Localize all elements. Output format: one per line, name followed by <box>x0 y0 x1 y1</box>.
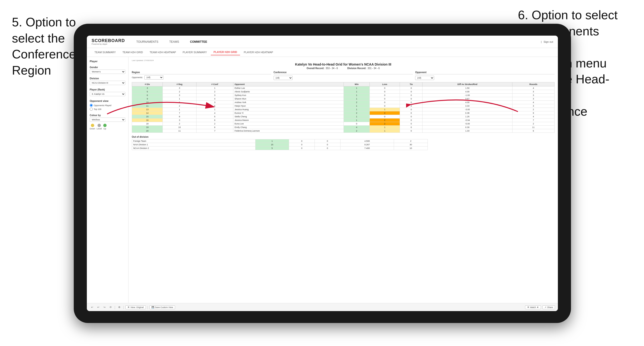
tablet-device: SCOREBOARD Powered by clippd TOURNAMENTS… <box>74 24 571 323</box>
out-of-div-row: Foreign Team1004.5002 <box>132 139 428 143</box>
nav-committee[interactable]: COMMITTEE <box>188 39 209 44</box>
colour-label-up: Up <box>104 128 106 130</box>
opponent-select[interactable]: (All) <box>415 76 434 80</box>
watch-button[interactable]: 👁 Watch ▼ <box>525 305 541 309</box>
col-win: Win <box>344 82 370 86</box>
top-nav: SCOREBOARD Powered by clippd TOURNAMENTS… <box>87 36 558 48</box>
sidebar-division-select[interactable]: NCAA Division III <box>90 81 125 85</box>
sidebar-player-section: Player <box>90 60 125 63</box>
nav-right: | Sign out <box>541 40 553 43</box>
settings-button[interactable]: ⚙ <box>117 305 122 309</box>
sidebar-division-label: Division <box>90 77 125 80</box>
table-row: 19106Emily Chang4100.3011 <box>132 126 554 129</box>
sidebar-player-label: Player <box>90 60 125 63</box>
sign-out-link[interactable]: Sign out <box>544 40 553 43</box>
save-icon: 💾 <box>152 306 154 309</box>
redo-button[interactable]: ↩ <box>96 305 101 309</box>
colour-label-level: Level <box>96 128 102 130</box>
app-container: SCOREBOARD Powered by clippd TOURNAMENTS… <box>87 36 558 311</box>
arrow-right-indicator <box>406 88 525 116</box>
separator: | <box>541 40 542 43</box>
filter-opponent: Opponent (All) <box>415 71 554 80</box>
sub-nav-player-summary[interactable]: PLAYER SUMMARY <box>180 49 210 55</box>
filter-sections: Region Opponents: (All) Conference <box>132 71 554 80</box>
sidebar-gender-section: Gender Women's <box>90 66 125 74</box>
nav-tournaments[interactable]: TOURNAMENTS <box>134 39 160 44</box>
toolbar-right: 👁 Watch ▼ ↗ Share <box>525 305 555 309</box>
col-tie: Tie <box>400 82 422 86</box>
col-opponent: Opponent <box>233 82 344 86</box>
page-title: Katelyn Vo Head-to-Head Grid for Women's… <box>132 62 554 66</box>
sidebar-gender-label: Gender <box>90 66 125 69</box>
nav-teams[interactable]: TEAMS <box>167 39 181 44</box>
col-rounds: Rounds <box>512 82 554 86</box>
col-div: # Div <box>132 82 163 86</box>
colour-dot-up <box>103 124 106 127</box>
sidebar-gender-select[interactable]: Women's <box>90 70 125 74</box>
region-opponents-select[interactable]: (All) <box>144 75 164 80</box>
page-header: Katelyn Vo Head-to-Head Grid for Women's… <box>132 62 554 70</box>
undo2-button[interactable]: ↪ <box>102 305 107 309</box>
save-custom-view-button[interactable]: 💾 Save Custom View <box>150 305 175 309</box>
sub-nav: TEAM SUMMARY TEAM H2H GRID TEAM H2H HEAT… <box>87 48 558 57</box>
chevron-down-icon: ▼ <box>537 306 539 309</box>
col-loss: Loss <box>370 82 400 86</box>
undo-button[interactable]: ↩ <box>90 305 94 309</box>
out-of-division-table: Foreign Team1004.5002NAIA Division 11500… <box>132 139 428 150</box>
col-reg: # Reg <box>163 82 196 86</box>
table-row: 1822Euna Lee020-5.002 <box>132 122 554 126</box>
sub-nav-team-summary[interactable]: TEAM SUMMARY <box>92 49 119 55</box>
sub-nav-team-h2h-grid[interactable]: TEAM H2H GRID <box>120 49 146 55</box>
opponents-label: Opponents: (All) <box>132 75 271 80</box>
view-original-button[interactable]: 👁 View: Original <box>125 305 146 309</box>
conference-select[interactable]: (All) <box>274 76 292 80</box>
colour-dot-level <box>98 124 101 127</box>
view-icon: 👁 <box>128 306 130 309</box>
filter-conference: Conference (All) <box>274 71 413 80</box>
colour-legend: Down Level Up <box>90 124 125 130</box>
out-of-div-row: NAIA Division 115009.26730 <box>132 143 428 147</box>
tablet-screen: SCOREBOARD Powered by clippd TOURNAMENTS… <box>87 36 558 311</box>
logo-text: SCOREBOARD <box>92 38 125 43</box>
last-updated: Last Updated: 27/03/2024 <box>132 59 554 61</box>
sidebar-division-section: Division NCAA Division III <box>90 77 125 85</box>
overall-record-label: Overall Record: 353 - 34 - 6 <box>307 67 338 70</box>
record-row: Overall Record: 353 - 34 - 6 Division Re… <box>132 67 554 70</box>
sub-nav-player-h2h-grid[interactable]: PLAYER H2H GRID <box>211 49 240 55</box>
table-row: 1636Jessica Mason120-0.947 <box>132 119 554 122</box>
out-of-division-title: Out of division <box>132 136 554 138</box>
col-diff: Diff Av Strokes/Rnd <box>422 82 512 86</box>
sub-nav-team-h2h-heatmap[interactable]: TEAM H2H HEATMAP <box>147 49 179 55</box>
table-row: 20117Federica Domecq Lacroze2101.336 <box>132 129 554 133</box>
share-button[interactable]: ↗ Share <box>542 305 555 309</box>
division-record-label: Division Record: 331 - 34 - 6 <box>347 67 380 70</box>
arrow-left-indicator <box>100 90 219 119</box>
watch-icon: 👁 <box>527 306 529 309</box>
colour-dot-down <box>91 124 94 127</box>
logo-sub-text: Powered by clippd <box>92 43 125 45</box>
bottom-toolbar: ↩ ↩ ↪ ⟳ | ⚙ | 👁 View: Original | 💾 Save … <box>87 303 558 311</box>
out-of-div-row: NCAA Division 25007.40010 <box>132 147 428 150</box>
app-logo: SCOREBOARD Powered by clippd <box>92 38 125 45</box>
col-conf: # Conf <box>196 82 233 86</box>
out-of-division-section: Out of division Foreign Team1004.5002NAI… <box>132 136 554 150</box>
refresh-button[interactable]: ⟳ <box>108 305 113 309</box>
filter-region: Region Opponents: (All) <box>132 71 271 80</box>
sub-nav-player-h2h-heatmap[interactable]: PLAYER H2H HEATMAP <box>241 49 276 55</box>
share-icon: ↗ <box>544 306 546 309</box>
colour-label-down: Down <box>90 128 95 130</box>
